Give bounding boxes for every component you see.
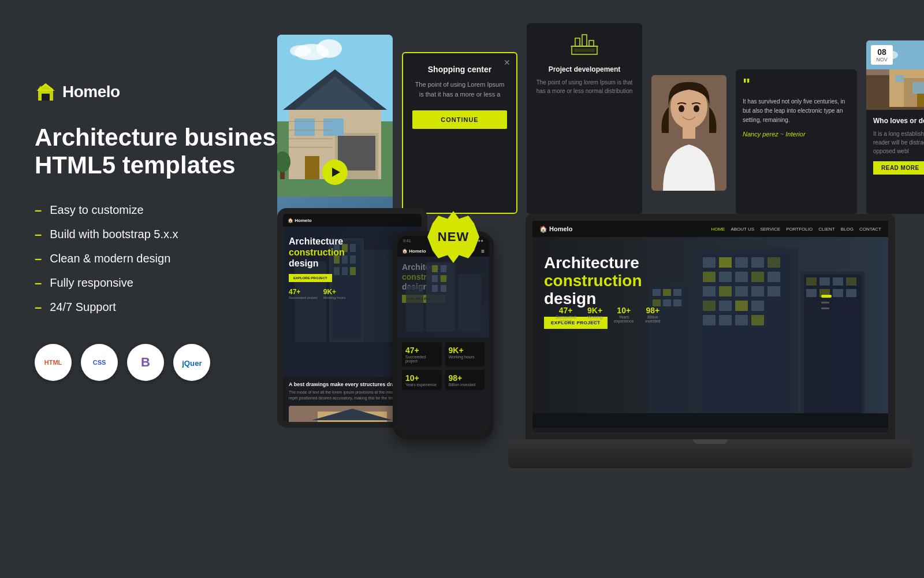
tablet-logo: 🏠 Homelo: [288, 218, 312, 223]
mobile-stat-3: 10+ Years experience: [402, 370, 442, 390]
svg-rect-77: [432, 285, 438, 292]
left-panel: Homelo Architecture business HTML5 templ…: [35, 81, 300, 381]
svg-rect-106: [735, 315, 748, 325]
blog-image: 08 NOV: [866, 40, 924, 110]
svg-rect-123: [653, 299, 661, 306]
laptop-screen: 🏠 Homelo HOME ABOUT US SERVICE PORTFOLIO…: [526, 214, 895, 439]
svg-rect-107: [751, 315, 764, 325]
tablet-hero-text: Architecture construction design EXPLORE…: [289, 236, 345, 299]
play-button[interactable]: [322, 160, 348, 185]
modal-close-button[interactable]: ✕: [504, 58, 511, 67]
svg-rect-129: [821, 307, 829, 309]
mobile-frame: 9:41 ●●● 🏠 Homelo ≡: [393, 231, 494, 439]
svg-rect-78: [441, 285, 446, 292]
project-text: The point of using lorem Ipsum is that h…: [536, 78, 633, 95]
svg-rect-114: [806, 289, 817, 297]
logo-name: Homelo: [62, 83, 120, 101]
svg-point-34: [679, 105, 684, 112]
svg-rect-43: [917, 94, 924, 107]
laptop-logo: 🏠 Homelo: [539, 225, 572, 233]
devices-area: 🏠 Homelo: [266, 197, 924, 578]
continue-button[interactable]: CONTINUE: [412, 110, 507, 129]
svg-rect-125: [673, 299, 681, 306]
laptop-nav-blog[interactable]: BLOG: [841, 227, 854, 232]
svg-rect-26: [574, 49, 595, 52]
play-triangle-icon: [332, 168, 340, 177]
hamburger-icon[interactable]: ≡: [481, 248, 485, 254]
svg-rect-112: [833, 277, 843, 286]
svg-rect-95: [703, 286, 716, 297]
svg-rect-86: [719, 257, 732, 268]
css3-badge: CSS: [81, 344, 118, 381]
mobile-logo: 🏠 Homelo: [402, 249, 426, 254]
svg-marker-1: [42, 94, 50, 101]
svg-text:jQuery: jQuery: [181, 359, 202, 368]
svg-rect-93: [751, 272, 764, 282]
bootstrap-badge: B: [127, 344, 164, 381]
svg-rect-105: [719, 315, 732, 325]
laptop-stat-2: 9K+ Working hours: [587, 306, 602, 323]
laptop-stat-1: 47+ Succeeded project: [556, 306, 576, 323]
project-development-card: Project developement The point of using …: [527, 23, 642, 214]
svg-rect-96: [719, 286, 732, 297]
svg-rect-98: [751, 286, 764, 297]
house-image: [277, 35, 393, 220]
laptop-base: [508, 439, 912, 468]
svg-rect-91: [719, 272, 732, 282]
laptop-screen-content: 🏠 Homelo HOME ABOUT US SERVICE PORTFOLIO…: [532, 221, 888, 432]
read-more-button[interactable]: READ MORE: [873, 161, 924, 175]
laptop-nav-about[interactable]: ABOUT US: [731, 227, 754, 232]
modal-title: Shopping center: [412, 65, 507, 74]
svg-rect-75: [432, 275, 438, 282]
laptop-nav-contact[interactable]: CONTACT: [859, 227, 881, 232]
svg-rect-102: [735, 301, 748, 311]
tech-badges: HTML CSS B jQuery: [35, 344, 300, 381]
blog-text: It is a long established fact that a rea…: [873, 129, 924, 155]
svg-rect-120: [653, 289, 661, 296]
testimonial-card: " It has survived not only five centurie…: [736, 69, 857, 214]
laptop-nav-items: HOME ABOUT US SERVICE PORTFOLIO CLIENT B…: [711, 227, 881, 232]
blog-card: 08 NOV Who loves or desires? It is a lon…: [866, 40, 924, 214]
laptop-nav-service[interactable]: SERVICE: [760, 227, 780, 232]
main-title: Architecture business HTML5 templates: [35, 124, 300, 180]
svg-rect-33: [683, 126, 695, 139]
laptop-nav-portfolio[interactable]: PORTFOLIO: [786, 227, 813, 232]
blog-date: 08 NOV: [871, 45, 893, 65]
feature-item-5: – 24/7 Support: [35, 300, 300, 315]
svg-point-24: [290, 45, 311, 57]
laptop-nav: 🏠 Homelo HOME ABOUT US SERVICE PORTFOLIO…: [532, 221, 888, 237]
svg-rect-74: [441, 265, 446, 272]
testimonial-text: It has survived not only five centuries,…: [743, 97, 850, 125]
svg-rect-41: [912, 82, 924, 94]
testimonial-author: Nancy perez ~ Interior: [743, 131, 850, 138]
laptop-nav-client[interactable]: CLIENT: [818, 227, 834, 232]
feature-item-4: – Fully responsive: [35, 276, 300, 291]
mobile-stats: 47+ Succeeded project 9K+ Working hours …: [397, 338, 489, 395]
laptop-mockup: 🏠 Homelo HOME ABOUT US SERVICE PORTFOLIO…: [508, 214, 912, 468]
svg-rect-73: [432, 265, 438, 272]
laptop-stat-3: 10+ Years experience: [614, 306, 634, 323]
feature-item-3: – Clean & modern design: [35, 251, 300, 266]
svg-rect-72: [426, 262, 455, 332]
dash-icon-5: –: [35, 300, 42, 315]
svg-rect-117: [846, 289, 856, 297]
svg-rect-80: [406, 286, 423, 332]
laptop-stats: 47+ Succeeded project 9K+ Working hours …: [556, 306, 660, 323]
svg-rect-121: [663, 289, 671, 296]
laptop-nav-home[interactable]: HOME: [711, 227, 725, 232]
svg-rect-116: [833, 289, 843, 297]
svg-rect-59: [350, 255, 356, 264]
shopping-center-modal: ✕ Shopping center The point of using Lor…: [402, 52, 517, 214]
jquery-icon: jQuery: [181, 355, 202, 369]
svg-rect-89: [767, 257, 780, 268]
blog-content: Who loves or desires? It is a long estab…: [866, 110, 924, 181]
svg-rect-126: [532, 413, 888, 428]
svg-rect-87: [735, 257, 748, 268]
project-icon: [536, 32, 633, 60]
laptop-stat-4: 98+ Billion invested: [645, 306, 660, 323]
modal-text: The point of using Lorem Ipsum is that i…: [412, 80, 507, 99]
tablet-explore-button[interactable]: EXPLORE PROJECT: [289, 274, 332, 282]
svg-rect-94: [767, 272, 780, 282]
mobile-stat-4: 98+ Billion invested: [445, 370, 485, 390]
tablet-stat-1: 47+ Succeeded project: [289, 288, 318, 299]
